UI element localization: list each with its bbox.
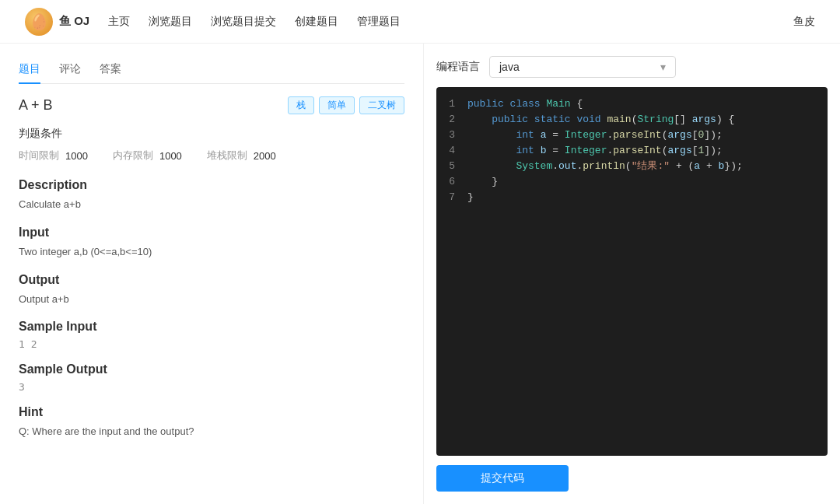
line-code-content: } [467,190,474,205]
line-code-content: public class Main { [467,96,583,112]
left-panel: 题目评论答案 A + B 栈简单二叉树 判题条件 时间限制1000内存限制100… [0,44,424,504]
section-output: Output Output a+b [19,273,404,308]
line-code-content: int a = Integer.parseInt(args[0]); [467,128,723,143]
condition-label: 内存限制 [113,149,153,163]
description-content: Calculate a+b [19,197,404,213]
condition-时间限制: 时间限制1000 [19,149,88,163]
hint-title: Hint [19,405,404,419]
tag-二叉树: 二叉树 [359,96,404,114]
condition-value: 2000 [254,150,276,162]
line-code-content: System.out.println("结果:" + (a + b}); [467,159,743,174]
nav-link-主页[interactable]: 主页 [108,15,130,29]
description-title: Description [19,178,404,192]
line-code-content: } [467,174,498,190]
output-content: Output a+b [19,292,404,308]
line-number: 1 [436,96,467,112]
problem-title-row: A + B 栈简单二叉树 [19,96,404,114]
problem-tags: 栈简单二叉树 [288,96,404,114]
logo-text: 鱼 OJ [59,14,89,29]
user-name: 鱼皮 [793,15,815,29]
sample-output-title: Sample Output [19,362,404,376]
judge-conditions: 时间限制1000内存限制1000堆栈限制2000 [19,149,404,163]
code-area: 1public class Main {2 public static void… [436,87,828,456]
line-number: 6 [436,174,467,190]
sample-output-value: 3 [19,381,404,393]
header-left: 🥚 鱼 OJ 主页浏览题目浏览题目提交创建题目管理题目 [25,8,401,36]
judge-title: 判题条件 [19,127,404,141]
code-editor[interactable]: 1public class Main {2 public static void… [436,87,828,456]
lang-value: java [499,61,520,73]
section-sample-input: Sample Input 1 2 [19,320,404,350]
condition-堆栈限制: 堆栈限制2000 [207,149,276,163]
submit-button[interactable]: 提交代码 [436,465,569,492]
output-title: Output [19,273,404,287]
section-hint: Hint Q: Where are the input and the outp… [19,405,404,440]
condition-内存限制: 内存限制1000 [113,149,182,163]
submit-row: 提交代码 [436,456,828,492]
code-line: 7} [436,190,828,205]
section-description: Description Calculate a+b [19,178,404,213]
code-line: 3 int a = Integer.parseInt(args[0]); [436,128,828,143]
tab-题目[interactable]: 题目 [19,56,40,84]
input-content: Two integer a,b (0<=a,b<=10) [19,244,404,261]
input-title: Input [19,226,404,240]
condition-value: 1000 [159,150,182,162]
section-sample-output: Sample Output 3 [19,362,404,393]
lang-select[interactable]: java ▾ [489,56,676,78]
nav-links: 主页浏览题目浏览题目提交创建题目管理题目 [108,15,401,29]
problem-title: A + B [19,97,53,114]
tabs: 题目评论答案 [19,56,404,84]
lang-row: 编程语言 java ▾ [436,56,828,78]
condition-label: 时间限制 [19,149,59,163]
tab-评论[interactable]: 评论 [59,56,81,84]
judge-section: 判题条件 时间限制1000内存限制1000堆栈限制2000 [19,127,404,163]
line-number: 5 [436,159,467,174]
hint-content: Q: Where are the input and the output? [19,424,404,440]
chevron-down-icon: ▾ [660,61,666,73]
section-input: Input Two integer a,b (0<=a,b<=10) [19,226,404,261]
nav-link-浏览题目提交[interactable]: 浏览题目提交 [211,15,276,29]
logo: 🥚 鱼 OJ [25,8,89,36]
logo-icon: 🥚 [25,8,53,36]
line-code-content: public static void main(String[] args) { [467,112,734,128]
tag-简单: 简单 [319,96,355,114]
code-line: 2 public static void main(String[] args)… [436,112,828,128]
code-line: 5 System.out.println("结果:" + (a + b}); [436,159,828,174]
line-number: 3 [436,128,467,143]
condition-label: 堆栈限制 [207,149,247,163]
sample-input-value: 1 2 [19,338,404,350]
code-line: 6 } [436,174,828,190]
line-number: 2 [436,112,467,128]
condition-value: 1000 [65,150,88,162]
tab-答案[interactable]: 答案 [100,56,121,84]
tag-栈: 栈 [288,96,314,114]
line-number: 4 [436,143,467,159]
header: 🥚 鱼 OJ 主页浏览题目浏览题目提交创建题目管理题目 鱼皮 [0,0,840,44]
sample-input-title: Sample Input [19,320,404,334]
code-line: 4 int b = Integer.parseInt(args[1]); [436,143,828,159]
code-line: 1public class Main { [436,96,828,112]
right-panel: 编程语言 java ▾ 1public class Main {2 public… [424,44,840,504]
line-code-content: int b = Integer.parseInt(args[1]); [467,143,723,159]
lang-label: 编程语言 [436,60,480,74]
nav-link-管理题目[interactable]: 管理题目 [357,15,401,29]
nav-link-创建题目[interactable]: 创建题目 [295,15,338,29]
main-layout: 题目评论答案 A + B 栈简单二叉树 判题条件 时间限制1000内存限制100… [0,44,840,504]
nav-link-浏览题目[interactable]: 浏览题目 [149,15,192,29]
line-number: 7 [436,190,467,205]
